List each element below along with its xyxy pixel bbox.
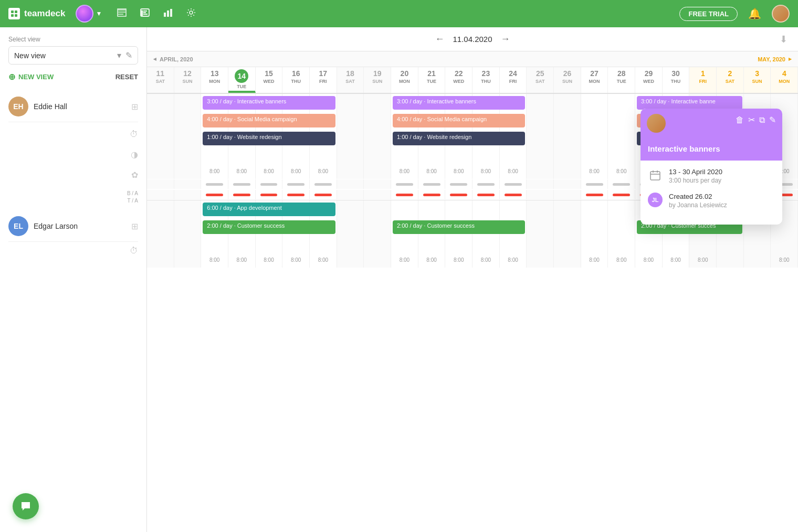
eddie-options-icon[interactable]: ⊞ — [131, 102, 138, 112]
plus-icon: ⊕ — [8, 72, 15, 82]
event-purple[interactable]: 3:00 / day · Interactive banners — [203, 96, 335, 110]
edgar-timer-row: 8:008:008:008:008:008:008:008:008:008:00… — [147, 252, 798, 268]
edit-icon[interactable]: ✎ — [769, 115, 776, 125]
svg-rect-2 — [11, 14, 14, 17]
popup-title: Interactive banners — [648, 144, 775, 153]
view-dropdown-icon[interactable]: ▾ — [117, 50, 121, 60]
popup-title-area: Interactive banners — [640, 140, 782, 161]
date-cell-16: 16THU — [282, 67, 310, 93]
view-icons: ▾ ✎ — [117, 50, 132, 60]
svg-rect-10 — [170, 9, 172, 17]
svg-rect-12 — [650, 172, 660, 180]
popup-created-by: by Joanna Lesiewicz — [669, 201, 727, 209]
date-cell-17: 17FRI — [310, 67, 337, 93]
logo-icon — [8, 8, 20, 19]
date-cell-26: 26SUN — [554, 67, 581, 93]
user-row-eddie: EH Eddie Hall ⊞ — [8, 88, 138, 122]
may-label: MAY, 2020 — [758, 56, 785, 62]
copy-icon[interactable]: ⧉ — [759, 115, 765, 125]
popup-hours-per-day: 3:00 hours per day — [669, 177, 722, 184]
date-cell-22: 22WED — [445, 67, 472, 93]
download-icon[interactable]: ⬇ — [780, 34, 788, 45]
popup-user-avatar — [647, 114, 666, 133]
edgar-empty-row — [147, 236, 798, 252]
svg-rect-3 — [15, 14, 17, 17]
chat-button[interactable] — [13, 493, 39, 519]
app-logo[interactable]: teamdeck — [8, 8, 65, 19]
april-label: APRIL, 2020 — [160, 56, 193, 62]
cut-icon[interactable]: ✂ — [748, 115, 755, 125]
event-dark[interactable]: 1:00 / day · Website redesign — [203, 132, 335, 145]
settings-icon[interactable] — [186, 7, 196, 20]
date-cell-14: 14TUE — [228, 67, 256, 93]
new-reset-row: ⊕ NEW VIEW RESET — [8, 72, 138, 82]
event-purple[interactable]: 3:00 / day · Interactive banners — [393, 96, 525, 110]
reset-button[interactable]: RESET — [116, 73, 138, 81]
popup-created-date: Created 26.02 — [669, 193, 727, 200]
current-date-label: 11.04.2020 — [453, 35, 492, 44]
calendar-area: ← 11.04.2020 → ⬇ ◂ APRIL, 2020 MAY, 2020… — [147, 27, 798, 532]
date-cell-15: 15WED — [256, 67, 283, 93]
current-view-name: New view — [14, 51, 46, 60]
calendar-icon — [648, 168, 663, 183]
date-cell-28: 28TUE — [608, 67, 635, 93]
date-cell-1: 1FRI — [689, 67, 717, 93]
popup-date-text: 13 - 30 April 2020 3:00 hours per day — [669, 168, 722, 184]
user-avatar[interactable] — [772, 5, 790, 23]
date-cell-27: 27MON — [581, 67, 608, 93]
right-arrow-month[interactable]: ▸ — [789, 56, 792, 62]
free-trial-button[interactable]: FREE TRIAL — [679, 7, 738, 21]
next-date-arrow[interactable]: → — [501, 34, 510, 45]
edgar-avatar: EL — [8, 216, 28, 236]
event-green[interactable]: 2:00 / day · Customer success — [203, 220, 335, 234]
date-cell-19: 19SUN — [364, 67, 391, 93]
new-view-button[interactable]: ⊕ NEW VIEW — [8, 72, 54, 82]
select-view-label: Select view — [8, 36, 138, 43]
bar-chart-icon[interactable] — [163, 7, 173, 20]
row-icon-3: ✿ — [131, 170, 138, 180]
event-peach[interactable]: 4:00 / day · Social Media campaign — [203, 114, 335, 127]
left-arrow-month[interactable]: ◂ — [153, 56, 156, 62]
list-view-icon[interactable] — [140, 7, 150, 20]
event-dark[interactable]: 1:00 / day · Website redesign — [393, 132, 525, 145]
month-header: ◂ APRIL, 2020 MAY, 2020 ▸ — [147, 51, 798, 67]
event-teal[interactable]: 6:00 / day · App development — [203, 203, 335, 216]
workspace-avatar — [76, 5, 93, 23]
row-icon-1: ⏱ — [130, 130, 138, 139]
svg-rect-1 — [15, 10, 17, 13]
date-cell-12: 12SUN — [174, 67, 202, 93]
date-cell-24: 24FRI — [500, 67, 527, 93]
main-layout: Select view New view ▾ ✎ ⊕ NEW VIEW RESE… — [0, 27, 798, 532]
app-name: teamdeck — [24, 8, 65, 19]
date-cell-2: 2SAT — [717, 67, 744, 93]
event-popup: 🗑 ✂ ⧉ ✎ Interactive banners 13 - 30 Apri… — [640, 109, 782, 225]
top-navigation: teamdeck ▼ FREE TRIAL 🔔 — [0, 0, 798, 27]
event-peach[interactable]: 4:00 / day · Social Media campaign — [393, 114, 525, 127]
calendar-view-icon[interactable] — [117, 7, 127, 20]
popup-actions: 🗑 ✂ ⧉ ✎ — [736, 115, 776, 125]
dates-row: 11SAT12SUN13MON14TUE15WED16THU17FRI18SAT… — [147, 67, 798, 94]
event-purple[interactable]: 3:00 / day · Interactive banne — [637, 96, 742, 110]
delete-icon[interactable]: 🗑 — [736, 115, 744, 125]
creator-avatar-icon: JL — [648, 193, 663, 207]
edgar-row-icon: ⏱ — [130, 246, 138, 256]
date-cell-25: 25SAT — [527, 67, 554, 93]
ba-label: B / A — [8, 190, 138, 196]
date-navigation: ← 11.04.2020 → ⬇ — [147, 27, 798, 51]
svg-rect-8 — [164, 13, 166, 17]
notifications-icon[interactable]: 🔔 — [748, 7, 761, 20]
date-cell-20: 20MON — [391, 67, 418, 93]
prev-date-arrow[interactable]: ← — [435, 34, 444, 45]
eddie-name: Eddie Hall — [34, 102, 126, 111]
workspace-switcher[interactable]: ▼ — [76, 5, 102, 23]
event-green[interactable]: 2:00 / day · Customer success — [393, 220, 525, 234]
date-cell-29: 29WED — [635, 67, 663, 93]
popup-creator-row: JL Created 26.02 by Joanna Lesiewicz — [648, 193, 775, 209]
view-selector[interactable]: New view ▾ ✎ — [8, 46, 138, 65]
edit-view-icon[interactable]: ✎ — [125, 50, 132, 60]
date-cell-4: 4MON — [771, 67, 798, 93]
nav-icons-group — [117, 7, 196, 20]
sidebar: Select view New view ▾ ✎ ⊕ NEW VIEW RESE… — [0, 27, 147, 532]
edgar-options-icon[interactable]: ⊞ — [131, 221, 138, 231]
edgar-name: Edgar Larson — [34, 222, 126, 230]
